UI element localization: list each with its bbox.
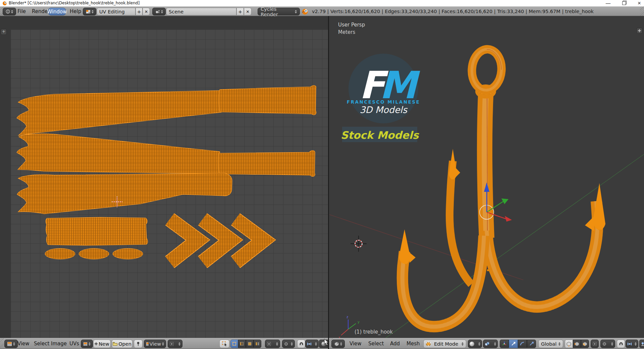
- uv-display-dropdown[interactable]: View: [144, 340, 166, 348]
- menu-help[interactable]: Help: [70, 7, 81, 16]
- maximize-icon: [622, 1, 626, 5]
- opengl-render-button[interactable]: [639, 340, 644, 348]
- image-open-button[interactable]: Open: [112, 340, 132, 348]
- pin-button[interactable]: [134, 340, 143, 348]
- editor-type-button-uv[interactable]: [4, 340, 18, 348]
- close-button[interactable]: ✕: [634, 0, 644, 6]
- viewport-shading-dropdown[interactable]: [468, 340, 482, 348]
- chevron-updown-icon: [315, 342, 317, 346]
- uv-island-strip2-body[interactable]: [17, 134, 220, 174]
- render-engine-dropdown[interactable]: Cycles Render: [258, 8, 300, 15]
- chevron-updown-icon: [291, 342, 293, 346]
- pin-icon: [136, 342, 140, 346]
- uv-editor-area[interactable]: +: [0, 16, 328, 338]
- active-object-label: (1) treble_hook: [355, 329, 393, 335]
- pivot-point-dropdown[interactable]: [483, 340, 498, 348]
- workspace-field[interactable]: UV Editing: [97, 8, 136, 15]
- mesh-select-vertex-button[interactable]: [565, 340, 573, 348]
- blender-logo-icon: [302, 8, 309, 15]
- uv-island-ellipse2[interactable]: [79, 248, 109, 259]
- mesh-select-edge-button[interactable]: [573, 340, 581, 348]
- render-camera-icon: [641, 342, 644, 346]
- image-editor-icon: [7, 342, 12, 346]
- vp-menu-view[interactable]: View: [350, 338, 362, 349]
- image-new-button[interactable]: New: [93, 340, 111, 348]
- uv-select-mode-edge[interactable]: [238, 340, 246, 348]
- uv-menu-uvs[interactable]: UVs: [69, 338, 79, 349]
- viewport-3d-area[interactable]: F M FRANCESCO MILANESE 3D Models Stock M…: [329, 16, 644, 338]
- uv-island-strip1-band[interactable]: [219, 85, 316, 115]
- manipulator-toggle-button[interactable]: [500, 340, 509, 348]
- uv-island-chevrons[interactable]: [170, 219, 264, 262]
- scene-browse-button[interactable]: [152, 8, 166, 15]
- uv-menu-view[interactable]: View: [17, 338, 30, 349]
- scene-close-button[interactable]: ✕: [244, 8, 252, 15]
- info-icon: [6, 9, 10, 14]
- object-origin-dot: [487, 269, 489, 271]
- menu-file[interactable]: File: [17, 7, 26, 16]
- mode-dropdown[interactable]: Edit Mode: [423, 340, 466, 348]
- minimize-button[interactable]: —: [602, 0, 614, 6]
- vp-snap-element-dropdown[interactable]: [626, 340, 638, 348]
- uv-island-ellipse1[interactable]: [45, 248, 75, 259]
- chevron-updown-icon: [161, 10, 163, 14]
- scene-add-button[interactable]: +: [236, 8, 244, 15]
- uv-select-mode-face[interactable]: [246, 340, 254, 348]
- proportional-edit-dropdown[interactable]: [282, 340, 295, 348]
- manipulator-scale-button[interactable]: [527, 340, 536, 348]
- uv-pivot-dropdown[interactable]: [168, 340, 182, 348]
- scene-icon: [155, 10, 160, 14]
- screen-layout-icon: [86, 10, 91, 14]
- scene-statistics: v2.79 | Verts:16,620/16,620 | Edges:33,2…: [312, 7, 594, 16]
- uv-island-strip1-body[interactable]: [17, 91, 221, 135]
- occlude-geometry-icon: [592, 342, 597, 346]
- scene-field[interactable]: Scene: [166, 8, 236, 15]
- uv-island-strip3[interactable]: [17, 173, 232, 214]
- manipulator-translate-button[interactable]: [509, 340, 518, 348]
- vp-menu-select[interactable]: Select: [368, 338, 384, 349]
- corner-grip[interactable]: [640, 7, 644, 16]
- uv-island-rect[interactable]: [46, 217, 148, 245]
- sticky-select-dropdown[interactable]: [265, 340, 280, 348]
- chevron-updown-icon: [478, 342, 480, 346]
- snap-element-dropdown[interactable]: [305, 340, 319, 348]
- treble-hook-model[interactable]: [399, 48, 605, 327]
- workspace-add-button[interactable]: +: [136, 8, 143, 15]
- snap-toggle-button[interactable]: [297, 340, 305, 348]
- logo-banner-text: Stock Models: [341, 129, 419, 141]
- uv-menu-select[interactable]: Select: [34, 338, 49, 349]
- limit-to-visible-button[interactable]: [591, 340, 599, 348]
- orientation-dropdown[interactable]: Global: [538, 340, 563, 348]
- image-datablock-button[interactable]: [81, 340, 93, 348]
- uv-island-ellipse3[interactable]: [113, 248, 143, 259]
- chevron-updown-icon: [462, 342, 464, 346]
- world-y-axis-line: [386, 154, 644, 338]
- plus-icon: [95, 342, 98, 345]
- chevron-updown-icon: [611, 342, 613, 346]
- manipulator-rotate-button[interactable]: [518, 340, 527, 348]
- region-expand-button[interactable]: [637, 28, 642, 34]
- window-title-bar: Blender* [C:\Users\franc\Desktop\treble_…: [0, 0, 644, 6]
- editor-type-button-3d[interactable]: [331, 340, 345, 348]
- editor-type-button-info[interactable]: [3, 8, 16, 15]
- vp-proportional-edit-dropdown[interactable]: [600, 340, 615, 348]
- uv-sync-select-toggle[interactable]: [219, 340, 229, 348]
- uv-select-mode-island[interactable]: [254, 340, 261, 348]
- screen-layout-button[interactable]: [83, 8, 96, 15]
- vp-menu-mesh[interactable]: Mesh: [407, 338, 420, 349]
- workspace-close-button[interactable]: ✕: [143, 8, 150, 15]
- maximize-button[interactable]: [618, 0, 630, 6]
- uv-island-strip2-band[interactable]: [218, 151, 315, 176]
- menu-window-active[interactable]: Window: [48, 8, 66, 15]
- corner-grip[interactable]: [0, 338, 4, 349]
- chevron-updown-icon: [162, 342, 164, 346]
- fm-logo: F M FRANCESCO MILANESE 3D Models Stock M…: [341, 54, 420, 142]
- uv-select-mode-vertex[interactable]: [230, 340, 238, 348]
- scale-icon: [529, 341, 534, 346]
- viewport-3d-cursor[interactable]: [351, 236, 367, 252]
- vp-snap-toggle-button[interactable]: [617, 340, 625, 348]
- vp-menu-add[interactable]: Add: [390, 338, 400, 349]
- mesh-select-face-button[interactable]: [581, 340, 589, 348]
- viewport-3d-header: View Select Add Mesh Edit Mode Global: [329, 338, 644, 349]
- uv-menu-image[interactable]: Image: [51, 338, 67, 349]
